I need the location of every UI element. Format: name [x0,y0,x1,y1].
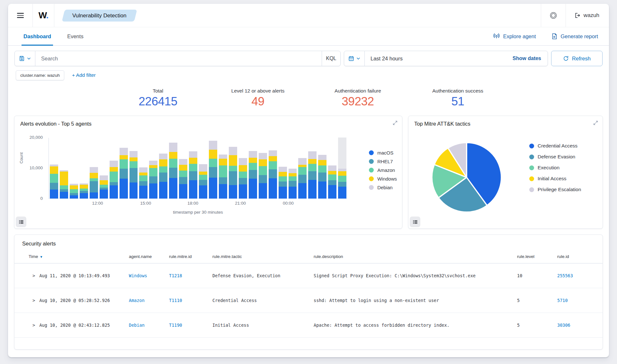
cell-agent-name[interactable]: Amazon [129,298,169,303]
bar-20[interactable] [249,138,257,199]
bar-28[interactable] [328,138,336,199]
legend-item-execution[interactable]: Execution [529,165,581,171]
bar-19[interactable] [239,138,247,199]
tab-dashboard[interactable]: Dashboard [23,27,51,45]
column-header-rule-level[interactable]: rule.level [517,254,557,259]
expand-button[interactable] [392,120,398,126]
bar-24[interactable] [289,138,297,199]
bar-segment [139,181,148,186]
bar-8[interactable] [130,138,138,199]
bar-segment [269,156,277,161]
time-range-value[interactable]: Last 24 hours [365,56,506,62]
bar-segment [159,166,167,173]
bar-1[interactable] [60,138,68,199]
bar-11[interactable] [159,138,167,199]
menu-button[interactable] [8,4,32,27]
column-header-rule-mitre-tactic[interactable]: rule.mitre.tactic [212,254,314,259]
legend-item-macos[interactable]: macOS [369,150,397,155]
date-quick-select-button[interactable] [344,51,365,66]
cell-agent-name[interactable]: Debian [129,323,169,328]
refresh-button[interactable]: Refresh [551,51,603,66]
legend-item-initial-access[interactable]: Initial Access [529,176,581,182]
bar-segment [60,192,68,199]
kql-button[interactable]: KQL [322,51,340,66]
bar-26[interactable] [308,138,317,199]
row-expand-chevron[interactable]: > [32,298,35,303]
legend-toggle-button[interactable] [16,217,26,227]
bar-segment [308,151,317,159]
legend-item-amazon[interactable]: Amazon [369,167,397,173]
legend-item-debian[interactable]: Debian [369,185,397,190]
bar-6[interactable] [110,138,118,199]
legend-label: Debian [377,185,393,190]
bar-14[interactable] [189,138,197,199]
tab-events[interactable]: Events [67,27,83,45]
bar-9[interactable] [139,138,148,199]
time-value: Aug 10, 2020 @ 05:28:52.926 [39,298,110,303]
bar-10[interactable] [149,138,157,199]
bar-7[interactable] [120,138,128,199]
bar-segment [209,141,217,150]
search-input[interactable]: Search [35,56,322,62]
bar-18[interactable] [229,138,237,199]
bar-4[interactable] [90,138,98,199]
time-value: Aug 10, 2020 @ 02:43:12.825 [39,323,110,328]
cell-rule-id[interactable]: 30306 [557,323,603,328]
legend-item-rhel7[interactable]: RHEL7 [369,159,397,164]
bar-segment [120,169,128,179]
expand-button[interactable] [593,120,598,126]
column-header-rule-mitre-id[interactable]: rule.mitre.id [169,254,212,259]
module-badge[interactable]: Vulnerability Detection [62,10,137,22]
stat-value: 51 [408,95,508,108]
logout-button[interactable]: wazuh [566,4,609,27]
explore-agent-button[interactable]: Explore agent [493,32,536,40]
row-expand-chevron[interactable]: > [32,273,35,278]
bar-27[interactable] [318,138,326,199]
bar-23[interactable] [279,138,287,199]
bar-25[interactable] [298,138,307,199]
legend-item-credential-access[interactable]: Credential Access [529,143,581,149]
legend-dot [369,176,374,181]
bar-15[interactable] [199,138,207,199]
bar-segment [120,155,128,159]
saved-query-button[interactable] [15,51,35,66]
bar-3[interactable] [80,138,88,199]
add-filter-button[interactable]: + Add filter [72,72,96,78]
bar-segment [279,167,287,172]
generate-report-button[interactable]: Generate report [551,33,598,40]
cell-mitre-id[interactable]: T1218 [169,273,212,278]
cell-agent-name[interactable]: Windows [129,273,169,278]
bar-21[interactable] [259,138,267,199]
column-header-time[interactable]: Time▼ [29,254,129,259]
bar-16[interactable] [209,138,217,199]
column-header-rule-description[interactable]: rule.description [314,254,517,259]
refresh-icon [563,56,569,61]
bar-12[interactable] [169,138,177,199]
column-header-rule-id[interactable]: rule.id [557,254,603,259]
bar-5[interactable] [100,138,108,199]
legend-item-defense-evasion[interactable]: Defense Evasion [529,154,581,160]
wazuh-logo[interactable]: W. [33,10,54,21]
bar-segment [90,167,98,173]
cell-rule-id[interactable]: 255563 [557,273,603,278]
bar-29[interactable] [338,138,346,199]
bar-22[interactable] [269,138,277,199]
bar-segment [159,182,167,199]
cell-mitre-id[interactable]: T1110 [169,298,212,303]
show-dates-button[interactable]: Show dates [506,56,548,61]
cell-mitre-id[interactable]: T1190 [169,323,212,328]
legend-item-windows[interactable]: Windows [369,176,397,182]
health-check-button[interactable] [541,4,566,27]
column-header-agent-name[interactable]: agent.name [129,254,169,259]
legend-toggle-button[interactable] [410,217,420,227]
bar-13[interactable] [179,138,187,199]
bar-17[interactable] [219,138,227,199]
cell-rule-id[interactable]: 5710 [557,298,603,303]
filter-chip[interactable]: cluster.name: wazuh [16,70,64,80]
divider [54,4,54,27]
legend-item-privilege-escalation[interactable]: Privilege Escalation [529,187,581,192]
bar-2[interactable] [70,138,78,199]
stat-1: Level 12 or above alerts49 [208,88,308,112]
bar-0[interactable] [50,138,58,199]
row-expand-chevron[interactable]: > [32,323,35,328]
